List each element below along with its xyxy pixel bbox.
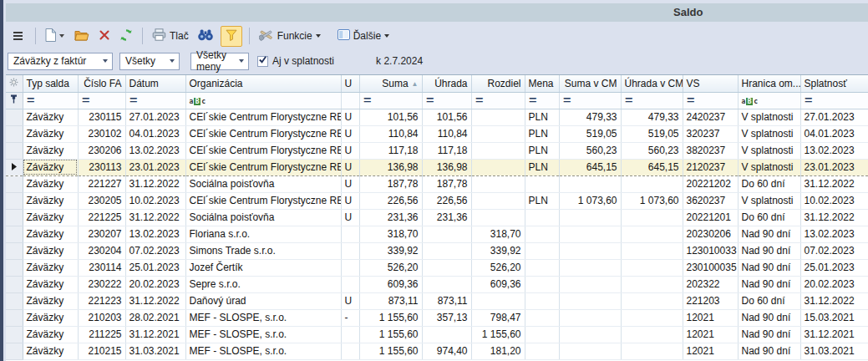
column-header-cislo_fa[interactable]: Číslo FA [78,75,125,92]
cell-suma_v_cm[interactable] [559,343,621,359]
cell-suma[interactable]: 339,92 [359,242,422,259]
cell-suma[interactable]: 187,78 [359,175,422,192]
table-row[interactable]: Záväzky23022220.02.2023Sepre s.r.o.609,3… [6,276,868,292]
cell-rozdiel[interactable] [471,109,525,125]
cell-suma[interactable]: 136,98 [359,159,422,175]
cell-cislo_fa[interactable]: 230207 [78,226,125,242]
cell-cislo_fa[interactable]: 230205 [78,192,125,209]
in-due-checkbox[interactable] [257,56,268,67]
cell-suma[interactable]: 117,18 [359,142,422,159]
invoice-type-combo[interactable]: Záväzky z faktúr [8,53,113,70]
cell-suma_v_cm[interactable] [559,209,621,226]
cell-mena[interactable] [525,276,559,292]
table-row[interactable]: Záväzky21122531.12.2021MEF - SLOSPE, s.r… [6,326,868,343]
dropdown-caret-icon[interactable] [59,34,64,38]
column-header-u[interactable]: U [341,75,359,92]
cell-hranica[interactable]: V splatnosti [738,142,800,159]
cell-mena[interactable] [525,226,559,242]
cell-splatnost[interactable]: 31.12.2021 [800,326,868,343]
cell-uhrada[interactable] [422,242,471,259]
cell-datum[interactable]: 25.01.2023 [125,259,185,276]
cell-splatnost[interactable]: 13.02.2023 [800,142,868,159]
cell-uhrada[interactable]: 231,36 [422,209,471,226]
cell-uhrada_v_cm[interactable]: 645,15 [621,159,683,175]
functions-menu-button[interactable]: Funkcie [256,27,323,46]
cell-uhrada[interactable]: 136,98 [422,159,471,175]
cell-datum[interactable]: 20.02.2023 [125,276,185,292]
table-row[interactable]: Záväzky23010204.01.2023CEl´skie Centrum … [6,125,868,142]
table-row[interactable]: Záväzky23011323.01.2023CEl´skie Centrum … [6,159,868,175]
table-row[interactable]: Záväzky21020328.02.2021MEF - SLOSPE, s.r… [6,309,868,326]
cell-splatnost[interactable]: 31.12.2022 [800,175,868,192]
filter-cell-suma[interactable]: = [359,92,422,109]
cell-typ_salda[interactable]: Záväzky [23,142,78,159]
cell-suma_v_cm[interactable]: 560,23 [559,142,621,159]
cell-hranica[interactable]: V splatnosti [738,159,800,175]
cell-organizacia[interactable]: Daňový úrad [185,292,341,309]
cell-suma_v_cm[interactable] [559,242,621,259]
cell-uhrada_v_cm[interactable] [621,343,683,359]
column-header-datum[interactable]: Dátum [125,75,185,92]
cell-splatnost[interactable]: 04.01.2023 [800,125,868,142]
cell-hranica[interactable]: Do 60 dní [738,175,800,192]
cell-typ_salda[interactable]: Záväzky [23,226,78,242]
cell-organizacia[interactable]: Sociálna poisťovňa [185,175,341,192]
cell-uhrada_v_cm[interactable] [621,209,683,226]
cell-splatnost[interactable]: 13.02.2023 [800,226,868,242]
column-header-organizacia[interactable]: Organizácia [185,75,341,92]
cell-vs[interactable]: 20230206 [683,226,738,242]
table-row[interactable]: Záväzky21021531.03.2021MEF - SLOSPE, s.r… [6,343,868,359]
cell-uhrada_v_cm[interactable]: 1 073,60 [621,192,683,209]
cell-uhrada[interactable]: 187,78 [422,175,471,192]
cell-cislo_fa[interactable]: 230204 [78,242,125,259]
cell-vs[interactable]: 221203 [683,292,738,309]
cell-datum[interactable]: 31.03.2021 [125,343,185,359]
cell-hranica[interactable]: V splatnosti [738,192,800,209]
cell-cislo_fa[interactable]: 221223 [78,292,125,309]
cell-uhrada[interactable] [422,276,471,292]
cell-uhrada_v_cm[interactable] [621,242,683,259]
cell-suma[interactable]: 226,56 [359,192,422,209]
cell-uhrada_v_cm[interactable] [621,292,683,309]
cell-organizacia[interactable]: Sociálna poisťovňa [185,209,341,226]
cell-uhrada_v_cm[interactable] [621,226,683,242]
cell-uhrada_v_cm[interactable] [621,276,683,292]
cell-mena[interactable] [525,242,559,259]
cell-uhrada_v_cm[interactable] [621,326,683,343]
cell-hranica[interactable]: Do 60 dní [738,209,800,226]
filter-cell-uhrada[interactable]: = [422,92,471,109]
filter-cell-mena[interactable]: = [525,92,559,109]
cell-uhrada[interactable]: 101,56 [422,109,471,125]
table-row[interactable]: Záväzky22122531.12.2022Sociálna poisťovň… [6,209,868,226]
cell-typ_salda[interactable]: Záväzky [23,309,78,326]
cell-datum[interactable]: 23.01.2023 [125,159,185,175]
cell-u[interactable] [341,242,359,259]
cell-u[interactable]: U [341,142,359,159]
cell-splatnost[interactable]: 20.02.2023 [800,276,868,292]
filter-cell-vs[interactable]: = [683,92,738,109]
cell-hranica[interactable]: Nad 90 dní [738,309,800,326]
cell-uhrada[interactable]: 226,56 [422,192,471,209]
open-button[interactable] [72,28,92,45]
cell-vs[interactable]: 2420237 [683,109,738,125]
cell-cislo_fa[interactable]: 230222 [78,276,125,292]
cell-rozdiel[interactable]: 798,47 [471,309,525,326]
cell-mena[interactable] [525,292,559,309]
cell-rozdiel[interactable] [471,192,525,209]
cell-splatnost[interactable]: 31.12.2022 [800,292,868,309]
cell-typ_salda[interactable]: Záväzky [23,276,78,292]
cell-suma_v_cm[interactable] [559,276,621,292]
cell-vs[interactable]: 230100035 [683,259,738,276]
filter-cell-rozdiel[interactable]: = [471,92,525,109]
cell-uhrada_v_cm[interactable] [621,175,683,192]
cell-hranica[interactable]: V splatnosti [738,125,800,142]
state-combo[interactable]: Všetky [119,53,180,70]
table-row[interactable]: Záväzky22122731.12.2022Sociálna poisťovň… [6,175,868,192]
cell-typ_salda[interactable]: Záväzky [23,292,78,309]
cell-mena[interactable] [525,343,559,359]
cell-splatnost[interactable]: 27.01.2023 [800,109,868,125]
cell-uhrada[interactable]: 110,84 [422,125,471,142]
table-row[interactable]: Záväzky22122331.12.2022Daňový úradU873,1… [6,292,868,309]
cell-vs[interactable]: 12021 [683,343,738,359]
cell-datum[interactable]: 04.01.2023 [125,125,185,142]
